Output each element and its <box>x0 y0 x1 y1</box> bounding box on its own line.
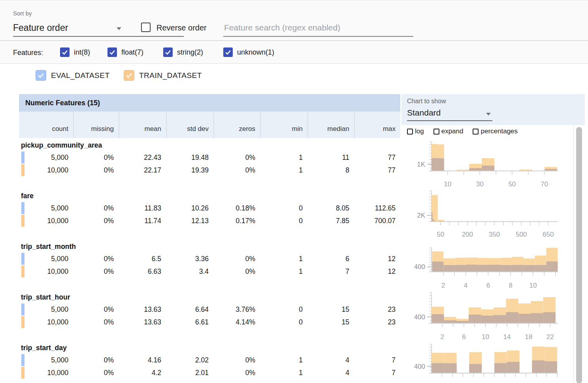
stat-cell: 13.63 <box>119 303 166 316</box>
scrollbar-thumb[interactable] <box>576 127 582 383</box>
svg-text:14: 14 <box>503 333 511 341</box>
feature-type-filter-int[interactable]: int(8) <box>60 47 90 57</box>
svg-text:70: 70 <box>541 180 548 188</box>
stat-cell: 0% <box>213 354 260 366</box>
svg-text:400: 400 <box>414 263 425 271</box>
stat-cell: 4 <box>307 354 354 366</box>
chart-type-select[interactable]: Standard <box>407 107 492 121</box>
stat-cell: 7 <box>354 354 400 366</box>
checkbox-checked[interactable] <box>124 70 134 81</box>
stat-cell: 13.63 <box>119 316 166 328</box>
checkbox-checked[interactable] <box>36 70 46 81</box>
stat-cell: 4.16 <box>119 354 166 366</box>
svg-text:8: 8 <box>509 282 512 289</box>
stat-cell: 3.36 <box>166 252 213 265</box>
stat-cell: 0% <box>73 164 119 176</box>
dataset-color-swatch <box>21 164 24 176</box>
chart-option-log[interactable]: log <box>407 127 424 135</box>
feature-stats-row-train_dataset: 10,0000%4.22.010%147 <box>19 366 400 379</box>
stat-cell: 6.61 <box>166 316 213 328</box>
feature-histograms: 1K103050702K5020035050065040024681040026… <box>411 138 574 383</box>
feature-block-trip_start_month: trip_start_month5,0000%6.53.360%161210,0… <box>19 239 400 290</box>
svg-text:50: 50 <box>508 180 516 188</box>
checkmark-icon <box>108 48 116 56</box>
checkbox-checked[interactable] <box>163 47 173 57</box>
svg-text:400: 400 <box>414 313 425 321</box>
checkbox-checked[interactable] <box>223 47 233 57</box>
stat-cell: 0% <box>73 252 119 265</box>
stat-cell: 11 <box>307 151 354 164</box>
feature-type-label: float(7) <box>121 48 143 57</box>
stat-cell: 22.43 <box>119 151 166 164</box>
chart-option-percentages[interactable]: percentages <box>473 127 518 135</box>
checkbox-unchecked[interactable] <box>407 129 413 135</box>
feature-stats-row-train_dataset: 10,0000%11.7412.130.17%07.85700.07 <box>19 214 400 227</box>
stat-cell: 4.2 <box>119 366 166 379</box>
svg-text:10: 10 <box>482 333 489 341</box>
stat-cell: 10,000 <box>19 214 73 227</box>
column-header-count: count <box>19 112 73 138</box>
stat-cell: 7 <box>354 366 400 379</box>
feature-type-label: int(8) <box>74 48 90 57</box>
feature-type-filter-string[interactable]: string(2) <box>163 47 203 57</box>
scrollbar-track[interactable] <box>573 125 574 383</box>
checkbox-checked[interactable] <box>60 47 70 57</box>
stat-cell: 0 <box>260 316 307 328</box>
stat-cell: 12 <box>354 265 400 278</box>
stat-cell: 1 <box>260 252 307 265</box>
svg-text:500: 500 <box>516 231 527 238</box>
stat-cell: 8 <box>307 164 354 176</box>
stat-cell: 7 <box>307 265 354 278</box>
stat-cell: 700.07 <box>354 214 400 227</box>
stat-cell: 1 <box>260 354 307 366</box>
feature-block-pickup_community_area: pickup_community_area5,0000%22.4319.480%… <box>19 138 400 189</box>
stat-cell: 0% <box>213 366 260 379</box>
feature-name: trip_start_hour <box>19 292 400 303</box>
svg-text:2: 2 <box>441 333 444 341</box>
dataset-toggle-train_dataset[interactable]: TRAIN_DATASET <box>124 70 202 81</box>
reverse-order-checkbox[interactable] <box>141 23 151 32</box>
stat-cell: 112.65 <box>354 202 400 214</box>
dataset-toggle-eval_dataset[interactable]: EVAL_DATASET <box>36 70 110 81</box>
feature-stats-row-eval_dataset: 5,0000%4.162.020%147 <box>19 354 400 366</box>
chart-type-value: Standard <box>407 108 441 118</box>
chevron-down-icon <box>486 113 491 116</box>
chart-option-label: log <box>415 127 424 135</box>
feature-search-input[interactable] <box>223 19 413 37</box>
stat-cell: 1 <box>260 164 307 176</box>
stat-cell: 0 <box>260 214 307 227</box>
stat-cell: 10,000 <box>19 164 73 176</box>
checkmark-icon <box>61 48 69 56</box>
stat-cell: 77 <box>354 164 400 176</box>
dataset-color-swatch <box>21 354 24 366</box>
stat-cell: 5,000 <box>19 252 73 265</box>
stat-cell: 6.63 <box>119 265 166 278</box>
checkbox-checked[interactable] <box>107 47 117 57</box>
stat-cell: 23 <box>354 303 400 316</box>
stat-cell: 10,000 <box>19 316 73 328</box>
feature-block-trip_start_hour: trip_start_hour5,0000%13.636.643.76%0152… <box>19 290 400 341</box>
stat-cell: 1 <box>260 151 307 164</box>
feature-type-filter-unknown[interactable]: unknown(1) <box>223 47 274 57</box>
stat-cell: 0% <box>73 214 119 227</box>
feature-name: trip_start_day <box>19 343 400 354</box>
checkmark-icon <box>125 71 133 80</box>
stat-cell: 15 <box>307 316 354 328</box>
feature-stats-row-train_dataset: 10,0000%13.636.614.14%01523 <box>19 316 400 328</box>
svg-text:22: 22 <box>547 333 554 341</box>
checkbox-unchecked[interactable] <box>433 129 439 135</box>
feature-block-trip_start_day: trip_start_day5,0000%4.162.020%14710,000… <box>19 341 400 383</box>
chart-option-expand[interactable]: expand <box>433 127 464 135</box>
checkbox-unchecked[interactable] <box>473 129 479 135</box>
stat-cell: 2.02 <box>166 354 213 366</box>
sort-order-value: Feature order <box>13 23 68 33</box>
stat-cell: 0% <box>73 316 119 328</box>
stat-cell: 77 <box>354 151 400 164</box>
feature-stats-row-eval_dataset: 5,0000%11.8310.260.18%08.05112.65 <box>19 202 400 214</box>
feature-stats-table: pickup_community_area5,0000%22.4319.480%… <box>19 138 400 383</box>
sort-by-label: Sort by <box>13 10 32 17</box>
stat-cell: 1 <box>260 366 307 379</box>
chevron-down-icon <box>117 27 121 30</box>
feature-type-filter-float[interactable]: float(7) <box>107 47 143 57</box>
dataset-color-swatch <box>21 303 24 315</box>
